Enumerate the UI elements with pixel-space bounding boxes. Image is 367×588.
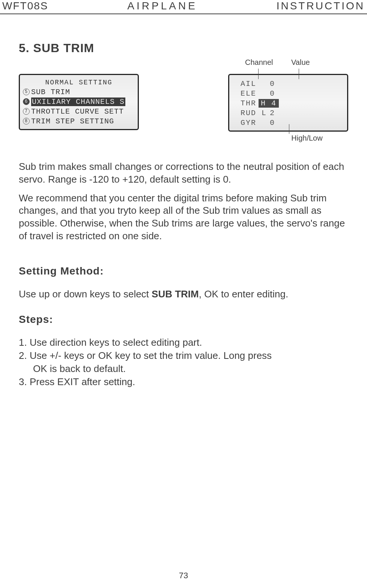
subtrim-row: GYR 0 [232, 118, 344, 128]
channel-name: AIL [232, 80, 259, 88]
highlow-indicator: L [259, 109, 270, 117]
header-mode: AIRPLANE [127, 0, 197, 12]
channel-name: RUD [232, 109, 259, 117]
setting-method-text: Use up or down keys to select SUB TRIM, … [19, 288, 348, 301]
screenshots-row: NORMAL SETTING 5 SUB TRIM 6 UXILIARY CHA… [19, 74, 348, 142]
lcd-left-screen: NORMAL SETTING 5 SUB TRIM 6 UXILIARY CHA… [19, 74, 139, 130]
subtrim-row: RUD L 2 [232, 108, 344, 118]
trim-value: 0 [270, 80, 289, 88]
text-bold: SUB TRIM [152, 288, 199, 300]
callout-highlow: High/Low [291, 134, 322, 142]
channel-name: GYR [232, 118, 259, 127]
trim-value: 0 [270, 89, 289, 98]
step-item: 1. Use direction keys to select editing … [19, 336, 348, 349]
callout-channel: Channel [245, 58, 273, 67]
page-content: 5. SUB TRIM NORMAL SETTING 5 SUB TRIM 6 … [0, 41, 367, 388]
highlow-value-selected: H 4 [259, 99, 279, 108]
callout-value: Value [291, 58, 310, 67]
menu-item-label: TRIM STEP SETTING [31, 117, 114, 126]
subtrim-row: ELE 0 [232, 88, 344, 98]
callout-line-icon [299, 69, 299, 79]
page-number: 73 [0, 571, 367, 580]
callout-line-icon [258, 69, 259, 79]
steps-list: 1. Use direction keys to select editing … [19, 336, 348, 388]
channel-name: ELE [232, 89, 259, 98]
menu-item-label: UXILIARY CHANNELS S [31, 98, 125, 106]
menu-number-icon: 8 [23, 118, 30, 124]
description-paragraph-1: Sub trim makes small changes or correcti… [19, 160, 348, 186]
subtrim-row-selected: THR H 4 [232, 98, 344, 108]
lcd-menu-item-selected: 6 UXILIARY CHANNELS S [23, 97, 135, 106]
menu-number-icon: 5 [23, 88, 30, 95]
lcd-right-wrap: Channel Value AIL 0 ELE 0 [228, 74, 348, 142]
lcd-menu-item: 5 SUB TRIM [23, 87, 135, 97]
step-item: 3. Press EXIT after setting. [19, 375, 348, 388]
text-post: , OK to enter editing. [199, 288, 288, 300]
text-pre: Use up or down keys to select [19, 288, 152, 300]
steps-heading: Steps: [19, 314, 348, 326]
lcd-menu-item: 7 THROTTLE CURVE SETT [23, 106, 135, 116]
menu-number-icon: 7 [23, 108, 30, 115]
description-paragraph-2: We recommend that you center the digital… [19, 192, 348, 243]
page-header: WFT08S AIRPLANE INSTRUCTION [0, 0, 367, 14]
step-item-continuation: OK is back to default. [19, 362, 348, 375]
trim-value: 0 [270, 118, 289, 127]
lcd-right-screen: AIL 0 ELE 0 THR H 4 RUD [228, 74, 348, 132]
lcd-menu-item: 8 TRIM STEP SETTING [23, 116, 135, 126]
menu-item-label: SUB TRIM [31, 88, 70, 96]
menu-item-label: THROTTLE CURVE SETT [31, 107, 124, 116]
channel-name: THR [232, 99, 259, 108]
setting-method-heading: Setting Method: [19, 265, 348, 277]
section-title: 5. SUB TRIM [19, 41, 348, 55]
header-model: WFT08S [2, 0, 48, 12]
trim-value: 2 [270, 109, 289, 117]
callout-line-icon [289, 124, 289, 134]
subtrim-row: AIL 0 [232, 79, 344, 88]
header-doc-type: INSTRUCTION [277, 0, 365, 12]
lcd-left-title: NORMAL SETTING [23, 79, 135, 86]
step-item: 2. Use +/- keys or OK key to set the tri… [19, 349, 348, 362]
callout-highlow-wrap: High/Low [228, 134, 348, 142]
menu-number-icon: 6 [23, 98, 30, 105]
lcd-left-wrap: NORMAL SETTING 5 SUB TRIM 6 UXILIARY CHA… [19, 74, 139, 130]
